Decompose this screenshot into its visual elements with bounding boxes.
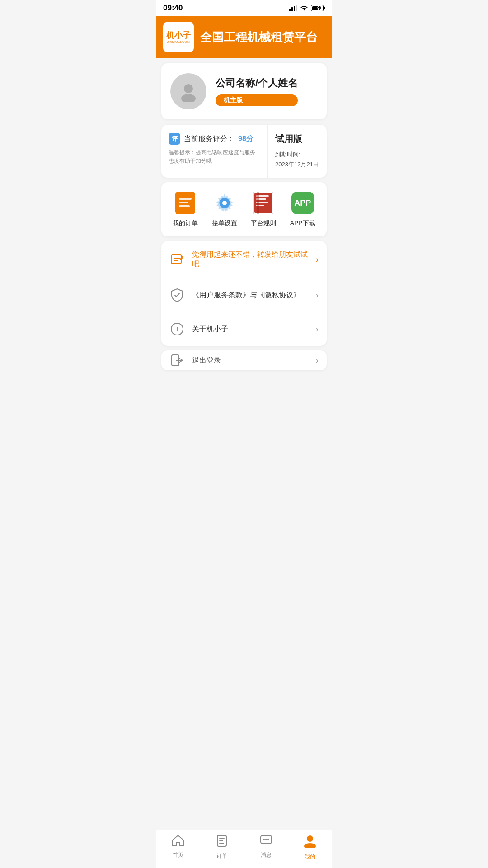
svg-rect-1 xyxy=(291,7,293,11)
svg-point-9 xyxy=(222,201,227,205)
status-icons: 91 xyxy=(289,5,325,11)
logout-text: 退出登录 xyxy=(192,356,309,365)
menu-section: 觉得用起来还不错，转发给朋友试试吧 › 《用户服务条款》与《隐私协议》 › ! … xyxy=(161,241,327,346)
status-time: 09:40 xyxy=(163,4,183,13)
profile-name: 公司名称/个人姓名 xyxy=(216,76,298,90)
menu-about-row[interactable]: ! 关于机小子 › xyxy=(161,312,327,346)
logout-arrow: › xyxy=(316,356,319,365)
logout-icon xyxy=(169,353,185,368)
svg-rect-17 xyxy=(171,255,181,264)
header-title: 全国工程机械租赁平台 xyxy=(200,29,318,45)
rules-icon xyxy=(252,191,275,215)
settings-icon xyxy=(213,191,236,215)
svg-text:!: ! xyxy=(176,326,178,333)
profile-info: 公司名称/个人姓名 机主版 xyxy=(216,76,298,106)
svg-rect-2 xyxy=(294,6,295,11)
action-rules-label: 平台规则 xyxy=(251,219,276,227)
profile-badge[interactable]: 机主版 xyxy=(216,94,298,106)
action-settings[interactable]: 接单设置 xyxy=(212,191,237,227)
menu-terms-row[interactable]: 《用户服务条款》与《隐私协议》 › xyxy=(161,278,327,312)
status-bar: 09:40 91 xyxy=(156,0,332,16)
score-value: 98分 xyxy=(238,134,253,144)
score-label: 当前服务评分： xyxy=(184,134,235,144)
action-app[interactable]: APP APP下载 xyxy=(290,191,315,227)
info-icon: ! xyxy=(169,321,185,337)
menu-terms-text: 《用户服务条款》与《隐私协议》 xyxy=(192,291,309,300)
svg-rect-3 xyxy=(296,5,297,11)
action-settings-label: 接单设置 xyxy=(212,219,237,227)
app-logo: 机小子 JIXIAOZI.COM xyxy=(163,22,194,52)
action-rules[interactable]: 平台规则 xyxy=(251,191,276,227)
trial-expire: 到期时间: 2023年12月21日 xyxy=(275,150,319,170)
score-hint: 温馨提示：提高电话响应速度与服务态度有助于加分哦 xyxy=(169,148,260,165)
score-section: 评 当前服务评分： 98分 温馨提示：提高电话响应速度与服务态度有助于加分哦 xyxy=(161,125,268,178)
share-icon xyxy=(169,252,185,267)
svg-point-5 xyxy=(181,94,196,102)
avatar-icon xyxy=(178,80,199,102)
app-badge-text: APP xyxy=(291,192,314,214)
trial-label: 试用版 xyxy=(275,133,319,145)
profile-card: 公司名称/个人姓名 机主版 xyxy=(161,63,327,119)
action-order-label: 我的订单 xyxy=(173,219,198,227)
trial-section: 试用版 到期时间: 2023年12月21日 xyxy=(268,125,327,178)
signal-icon xyxy=(289,5,297,11)
menu-share-text: 觉得用起来还不错，转发给朋友试试吧 xyxy=(192,250,309,269)
menu-share-arrow: › xyxy=(316,255,319,264)
svg-rect-0 xyxy=(289,9,291,11)
actions-card: 我的订单 接单设置 xyxy=(161,182,327,236)
menu-logout-row[interactable]: 退出登录 › xyxy=(161,350,327,370)
app-icon: APP xyxy=(291,191,314,215)
battery-level: 91 xyxy=(317,6,322,11)
action-app-label: APP下载 xyxy=(290,219,315,227)
menu-about-text: 关于机小子 xyxy=(192,325,309,334)
menu-about-arrow: › xyxy=(316,325,319,334)
score-card: 评 当前服务评分： 98分 温馨提示：提高电话响应速度与服务态度有助于加分哦 试… xyxy=(161,125,327,178)
wifi-icon xyxy=(300,5,308,11)
svg-rect-16 xyxy=(257,192,259,214)
avatar[interactable] xyxy=(170,73,206,109)
battery-icon: 91 xyxy=(311,5,325,11)
svg-point-4 xyxy=(184,84,193,93)
score-title-row: 评 当前服务评分： 98分 xyxy=(169,133,260,145)
shield-icon xyxy=(169,288,185,303)
logo-cn-text: 机小子 xyxy=(166,31,191,41)
logo-en-text: JIXIAOZI.COM xyxy=(167,40,190,43)
app-header: 机小子 JIXIAOZI.COM 全国工程机械租赁平台 xyxy=(156,16,332,58)
score-tag-badge: 评 xyxy=(169,133,180,145)
menu-share-row[interactable]: 觉得用起来还不错，转发给朋友试试吧 › xyxy=(161,241,327,278)
order-icon xyxy=(174,191,197,215)
menu-terms-arrow: › xyxy=(316,291,319,300)
action-order[interactable]: 我的订单 xyxy=(173,191,198,227)
